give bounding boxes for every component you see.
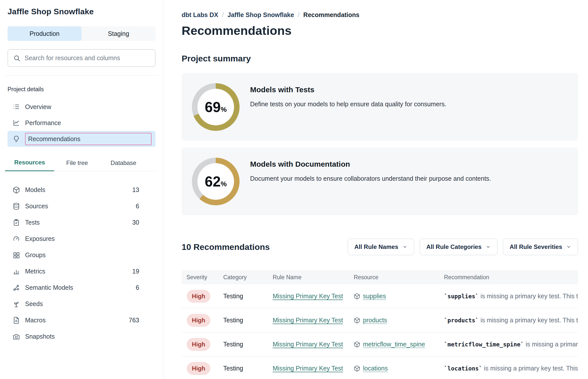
nav-item-label: Performance (25, 119, 61, 127)
tab-production[interactable]: Production (8, 26, 82, 41)
card-title: Models with Documentation (250, 160, 491, 168)
severity-badge: High (187, 290, 210, 303)
search-icon (13, 54, 21, 62)
col-rule-name: Rule Name (273, 274, 354, 281)
breadcrumb-separator: / (222, 11, 224, 19)
line-chart-icon (13, 119, 20, 127)
gauge-icon (13, 235, 20, 243)
rule-name-link[interactable]: Missing Primary Key Test (273, 293, 343, 300)
recommendations-heading: 10 Recommendations (182, 242, 270, 252)
card-description: Define tests on your models to help ensu… (250, 101, 446, 108)
nav-item-overview[interactable]: Overview (8, 99, 156, 115)
recommendations-table: Severity Category Rule Name Resource Rec… (182, 270, 578, 379)
list-icon (13, 103, 20, 111)
tab-staging[interactable]: Staging (82, 26, 156, 41)
chevron-down-icon (402, 244, 407, 249)
tab-resources[interactable]: Resources (5, 159, 54, 171)
resource-list: Models 13 Sources 6 Tests 30 (8, 182, 156, 345)
resource-label: Sources (25, 203, 48, 210)
tab-database[interactable]: Database (111, 159, 136, 171)
category-cell: Testing (223, 317, 273, 324)
resource-count: 6 (136, 284, 139, 291)
recommendation-cell: `locations` is missing a primary key tes… (444, 365, 578, 372)
nav-item-recommendations[interactable]: Recommendations (8, 131, 156, 147)
filter-rule-names[interactable]: All Rule Names (348, 239, 414, 255)
resource-row-groups[interactable]: Groups (8, 247, 156, 263)
resource-row-metrics[interactable]: Metrics 19 (8, 263, 156, 279)
project-title: Jaffle Shop Snowflake (8, 7, 156, 16)
filter-rule-categories[interactable]: All Rule Categories (420, 239, 497, 255)
cube-icon (354, 293, 360, 300)
severity-badge: High (187, 362, 210, 375)
cube-icon (354, 317, 360, 324)
col-recommendation: Recommendation (444, 274, 578, 281)
recommendation-cell: `metricflow_time_spine` is missing a pri… (444, 341, 578, 348)
category-cell: Testing (223, 293, 273, 300)
docs-coverage-donut: 62 % (192, 158, 240, 205)
cube-icon (13, 186, 20, 194)
breadcrumb-dbt-labs-dx[interactable]: dbt Labs DX (182, 11, 218, 19)
recommendation-cell: `supplies` is missing a primary key test… (444, 293, 578, 300)
project-nav: Overview Performance Recommendations (8, 99, 156, 147)
resource-row-semantic-models[interactable]: Semantic Models 6 (8, 279, 156, 296)
table-row: High Testing Missing Primary Key Test pr… (182, 308, 578, 332)
tests-coverage-percent: 69 (205, 99, 220, 115)
tests-coverage-donut: 69 % (192, 83, 240, 131)
chevron-down-icon (566, 244, 571, 249)
graph-nodes-icon (13, 284, 20, 292)
rule-name-link[interactable]: Missing Primary Key Test (273, 341, 343, 348)
severity-badge: High (187, 338, 210, 351)
table-row: High Testing Missing Primary Key Test lo… (182, 356, 578, 379)
search-input[interactable] (25, 54, 150, 62)
environment-switcher: Production Staging (8, 26, 156, 41)
rule-name-link[interactable]: Missing Primary Key Test (273, 365, 343, 372)
percent-sign: % (221, 106, 227, 114)
nav-item-label-focused: Recommendations (25, 133, 152, 145)
camera-icon (13, 333, 20, 340)
resource-row-tests[interactable]: Tests 30 (8, 214, 156, 231)
resource-link[interactable]: products (363, 317, 387, 324)
severity-badge: High (187, 314, 210, 327)
breadcrumb-project[interactable]: Jaffle Shop Snowflake (228, 11, 294, 19)
clipboard-check-icon (13, 219, 20, 226)
document-icon (13, 317, 20, 324)
resource-label: Groups (25, 251, 46, 259)
sidebar-divider (5, 75, 158, 75)
resource-link[interactable]: metricflow_time_spine (363, 341, 425, 348)
resource-row-snapshots[interactable]: Snapshots (8, 328, 156, 345)
summary-card-documentation: 62 % Models with Documentation Document … (182, 148, 578, 215)
resource-row-models[interactable]: Models 13 (8, 182, 156, 198)
resource-row-seeds[interactable]: Seeds (8, 296, 156, 312)
resource-row-exposures[interactable]: Exposures (8, 231, 156, 247)
cube-icon (354, 365, 360, 372)
sidebar: Jaffle Shop Snowflake Production Staging… (0, 0, 163, 379)
grid-icon (13, 251, 20, 259)
search-box[interactable] (8, 49, 156, 67)
summary-card-tests: 69 % Models with Tests Define tests on y… (182, 73, 578, 141)
nav-item-label: Overview (25, 103, 51, 111)
chevron-down-icon (486, 244, 491, 249)
percent-sign: % (221, 180, 227, 188)
resource-tabs: Resources File tree Database (5, 159, 158, 171)
resource-count: 13 (132, 186, 139, 194)
main-content: dbt Labs DX / Jaffle Shop Snowflake / Re… (163, 0, 588, 379)
database-icon (13, 203, 20, 210)
resource-link[interactable]: supplies (363, 293, 386, 300)
resource-count: 6 (136, 203, 139, 210)
rule-name-link[interactable]: Missing Primary Key Test (273, 317, 343, 324)
resource-label: Semantic Models (25, 284, 73, 291)
bar-chart-icon (13, 268, 20, 275)
resource-row-sources[interactable]: Sources 6 (8, 198, 156, 214)
nav-item-performance[interactable]: Performance (8, 115, 156, 131)
page-title: Recommendations (182, 24, 588, 38)
filter-rule-severities[interactable]: All Rule Severities (503, 239, 578, 255)
col-resource: Resource (354, 274, 444, 281)
tab-file-tree[interactable]: File tree (66, 159, 88, 171)
resource-row-macros[interactable]: Macros 763 (8, 312, 156, 328)
breadcrumb: dbt Labs DX / Jaffle Shop Snowflake / Re… (182, 11, 588, 19)
resource-link[interactable]: locations (363, 365, 388, 372)
resource-label: Seeds (25, 300, 43, 308)
card-title: Models with Tests (250, 85, 446, 94)
recommendation-cell: `products` is missing a primary key test… (444, 317, 578, 324)
project-summary-heading: Project summary (182, 54, 588, 63)
